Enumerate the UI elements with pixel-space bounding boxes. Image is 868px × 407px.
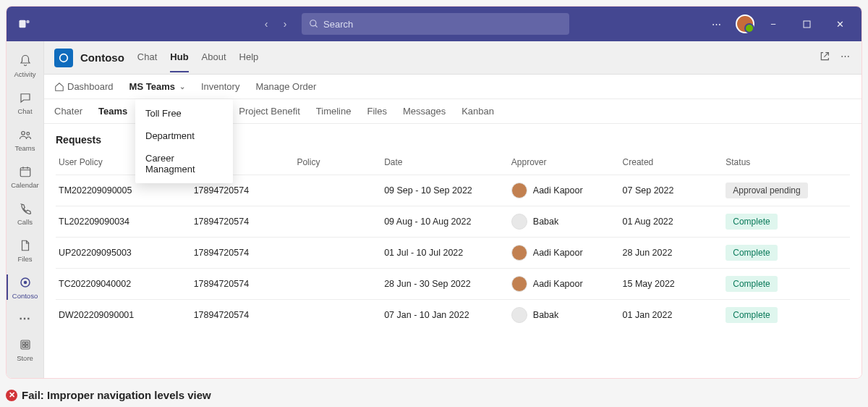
maximize-button[interactable] xyxy=(792,7,821,41)
cell-policy xyxy=(294,238,381,269)
rail-item-label: Teams xyxy=(15,144,35,152)
subtab-timeline[interactable]: Timeline xyxy=(316,106,352,117)
figure-caption: ✕ Fail: Improper navigation levels view xyxy=(6,389,211,401)
rail-item-label: Files xyxy=(17,255,32,263)
col-policy: Policy xyxy=(294,153,381,175)
cell-created: 01 Jan 2022 xyxy=(620,300,723,331)
app-name: Contoso xyxy=(80,51,124,64)
teams-app-icon[interactable] xyxy=(7,7,43,41)
status-badge: Complete xyxy=(726,214,777,230)
tab-chat[interactable]: Chat xyxy=(137,43,157,72)
subtab-messages[interactable]: Messages xyxy=(403,106,446,117)
subtab-chater[interactable]: Chater xyxy=(54,106,82,117)
status-badge: Complete xyxy=(726,307,777,323)
cell-approver: Aadi Kapoor xyxy=(509,175,620,206)
cell-number: 17894720574 xyxy=(191,300,294,331)
cell-status: Complete xyxy=(723,269,850,300)
cell-number: 17894720574 xyxy=(191,206,294,238)
chevron-down-icon: ⌄ xyxy=(179,83,185,91)
rail-calls[interactable]: Calls xyxy=(7,195,44,232)
file-icon xyxy=(17,238,33,253)
svg-rect-0 xyxy=(20,20,26,28)
table-row[interactable]: UP2022090950031789472057401 Jul - 10 Jul… xyxy=(56,238,850,269)
titlebar: ‹ › Search ⋯ − ✕ xyxy=(7,7,861,41)
rail-files[interactable]: Files xyxy=(7,232,44,269)
subtab-kanban[interactable]: Kanban xyxy=(461,106,494,117)
table-row[interactable]: TC2022090400021789472057428 Jun - 30 Sep… xyxy=(56,269,850,300)
rail-item-label: Contoso xyxy=(12,292,38,300)
breadcrumb-bar: Dashboard MS Teams ⌄ Inventory Manage Or… xyxy=(44,75,861,99)
approver-name: Aadi Kapoor xyxy=(533,248,583,258)
rail-more[interactable]: ⋯ xyxy=(7,306,44,331)
cell-approver: Babak xyxy=(509,206,620,238)
crumb-dashboard[interactable]: Dashboard xyxy=(54,81,114,92)
svg-point-1 xyxy=(26,20,30,24)
rail-store[interactable]: Store xyxy=(7,331,44,368)
cell-policy xyxy=(294,175,381,206)
fail-icon: ✕ xyxy=(6,390,17,401)
subtab-teams[interactable]: Teams xyxy=(98,106,127,117)
subtab-project-benefit[interactable]: Project Benefit xyxy=(239,106,300,117)
cell-created: 01 Aug 2022 xyxy=(620,206,723,238)
caption-text: Fail: Improper navigation levels view xyxy=(22,389,211,401)
msteams-dropdown: Toll Free Department Career Managment xyxy=(135,99,233,183)
history-back-button[interactable]: ‹ xyxy=(260,18,273,30)
svg-line-3 xyxy=(315,25,318,28)
cell-number: 17894720574 xyxy=(191,238,294,269)
col-date: Date xyxy=(381,153,509,175)
table-row[interactable]: DW2022090900011789472057407 Jan - 10 Jan… xyxy=(56,300,850,331)
search-icon xyxy=(309,19,319,29)
app-more-button[interactable]: ⋯ xyxy=(841,51,851,64)
cell-approver: Babak xyxy=(509,300,620,331)
popout-icon[interactable] xyxy=(819,51,830,64)
more-options-button[interactable]: ⋯ xyxy=(702,7,731,41)
crumb-inventory[interactable]: Inventory xyxy=(201,81,239,92)
svg-rect-16 xyxy=(22,345,25,348)
tab-help[interactable]: Help xyxy=(239,43,259,72)
more-icon: ⋯ xyxy=(19,311,31,325)
tab-about[interactable]: About xyxy=(202,43,226,72)
approver-name: Babak xyxy=(533,217,558,227)
cell-date: 28 Jun - 30 Sep 2022 xyxy=(381,269,509,300)
rail-chat[interactable]: Chat xyxy=(7,84,44,121)
rail-contoso[interactable]: Contoso xyxy=(7,269,44,306)
subtab-files[interactable]: Files xyxy=(367,106,386,117)
status-badge: Complete xyxy=(726,276,777,292)
rail-item-label: Activity xyxy=(14,70,35,78)
phone-icon xyxy=(17,201,33,217)
rail-calendar[interactable]: Calendar xyxy=(7,158,44,195)
close-button[interactable]: ✕ xyxy=(825,7,854,41)
chat-icon xyxy=(17,90,33,106)
rail-activity[interactable]: Activity xyxy=(7,47,44,84)
svg-rect-15 xyxy=(25,342,27,344)
contoso-logo xyxy=(54,49,73,67)
avatar xyxy=(511,276,527,292)
cell-user-policy: TC202209040002 xyxy=(56,269,191,300)
svg-point-5 xyxy=(21,132,25,135)
dropdown-item-toll-free[interactable]: Toll Free xyxy=(135,102,233,125)
bell-icon xyxy=(17,53,33,69)
dropdown-item-department[interactable]: Department xyxy=(135,125,233,147)
svg-rect-7 xyxy=(20,168,30,177)
approver-name: Aadi Kapoor xyxy=(533,185,583,196)
rail-item-label: Chat xyxy=(17,107,32,115)
status-badge: Complete xyxy=(726,245,777,261)
table-row[interactable]: TL2022090900341789472057409 Aug - 10 Aug… xyxy=(56,206,850,238)
svg-rect-14 xyxy=(22,342,25,344)
svg-rect-4 xyxy=(804,21,810,28)
dropdown-item-career[interactable]: Career Managment xyxy=(135,147,233,180)
user-avatar[interactable] xyxy=(736,14,754,33)
svg-point-18 xyxy=(60,54,68,62)
crumb-manage-order[interactable]: Manage Order xyxy=(255,81,316,92)
calendar-icon xyxy=(17,164,33,180)
minimize-button[interactable]: − xyxy=(759,7,788,41)
cell-created: 07 Sep 2022 xyxy=(620,175,723,206)
rail-teams[interactable]: Teams xyxy=(7,121,44,158)
tab-hub[interactable]: Hub xyxy=(170,43,188,72)
cell-user-policy: DW202209090001 xyxy=(56,300,191,331)
avatar xyxy=(511,214,527,230)
search-input[interactable]: Search xyxy=(302,13,569,35)
history-forward-button[interactable]: › xyxy=(278,18,292,30)
avatar xyxy=(511,182,527,198)
crumb-msteams[interactable]: MS Teams ⌄ xyxy=(129,81,185,92)
